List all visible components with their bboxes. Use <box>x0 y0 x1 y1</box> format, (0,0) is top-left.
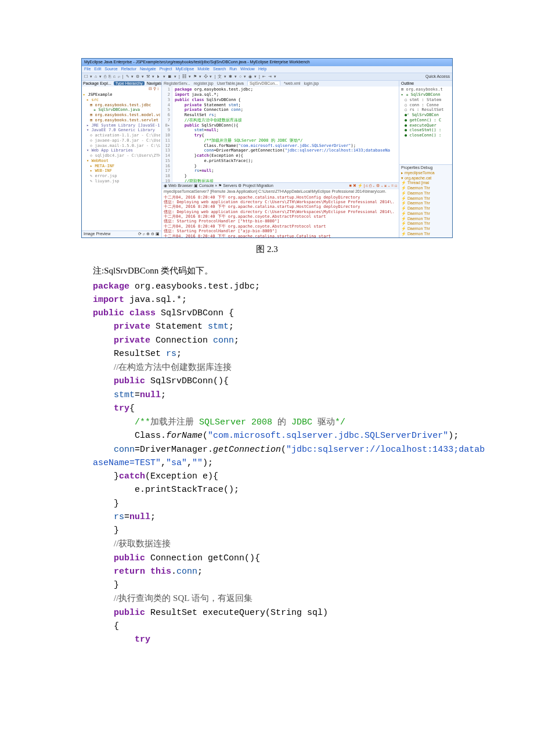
tree-node: ☕ SqlSrvDBConn.java <box>83 107 160 113</box>
console-output: 十二月04, 2016 8:20:40 下午 org.apache.catali… <box>162 195 399 237</box>
line-number: 5 <box>162 107 170 113</box>
code-line: private Statement stmt; <box>175 103 396 108</box>
image-preview-icons: ⟳ ⌕ ⊕ ⊖ ▣ <box>138 232 160 237</box>
tree-node: ⊞ org.easybooks.test.model.vo <box>83 113 160 118</box>
editor-code-area: package org.easybooks.test.jdbc;import j… <box>172 87 399 182</box>
code-line: public SqlSrvDBConn(){ <box>175 123 396 128</box>
tree-node: ▾ WebRoot <box>83 159 160 164</box>
debug-row: ▾ org.apache.cat <box>401 176 450 181</box>
editor-tab: register.jsp <box>194 81 214 85</box>
debug-row: ⚡ Daemon Thr <box>401 191 450 196</box>
tree-node: ⊞ org.easybooks.test.jdbc <box>83 103 160 108</box>
listing-line: { <box>93 620 441 633</box>
code-line: conn=DriverManager.getConnection("jdbc:s… <box>175 148 396 153</box>
code-line: stmt=null; <box>175 128 396 133</box>
listing-line: Class.forName("com.microsoft.sqlserver.j… <box>93 429 441 442</box>
listing-line: }catch(Exception e){ <box>93 470 441 483</box>
debug-panel-tabs: Properties Debug <box>401 165 450 171</box>
menu-item: File <box>84 67 91 71</box>
ide-right-panel: Outline ⊞ org.easybooks.t▸ ☕ SqlSrvDBCon… <box>399 81 452 237</box>
menu-item: Source <box>104 67 117 71</box>
line-number: 1 <box>162 87 170 92</box>
tree-node: ▸ JRE System Library [JavaSE-1.7] <box>83 123 160 128</box>
editor-tabstrip: RegisterServ...register.jspUserTable.jav… <box>162 81 399 87</box>
debug-thread-list: ▸ myeclipseTomca▾ org.apache.cat⚡ Thread… <box>401 171 450 237</box>
listing-line: /**加载并注册 SQLServer 2008 的 JDBC 驱动*/ <box>93 415 441 429</box>
menu-item: Window <box>240 67 255 71</box>
line-number: 15 <box>162 159 170 164</box>
menu-item: Navigate <box>140 67 156 71</box>
console-tabs-right-icons: ■ ✖ ⚡ | ⎌ ⎙ ▸ ⚙ ▾ ▣ ▾ = ⊟ <box>349 183 397 189</box>
menu-item: Help <box>258 67 266 71</box>
ide-menubar: FileEditSourceRefactorNavigateProjectMyE… <box>82 66 452 73</box>
console-header: myeclipseTomcatServer7 [Remote Java Appl… <box>162 189 399 195</box>
left-tab: Type Hierarchy <box>114 81 145 85</box>
tree-node: ▸ META-INF <box>83 164 160 169</box>
code-line: private Connection conn; <box>175 107 396 113</box>
debug-row: ⚡ Daemon Thr <box>401 221 450 226</box>
listing-line: } <box>93 578 441 592</box>
code-line: } <box>175 174 396 179</box>
line-number: 16 <box>162 164 170 169</box>
figure-caption: 图 2.3 <box>0 244 534 255</box>
outline-node: ▸ ☕ SqlSrvDBConn <box>401 92 450 98</box>
listing-line: package org.easybooks.test.jdbc; <box>93 280 441 293</box>
outline-node: ● closeConn() : <box>401 133 450 138</box>
outline-node: ● executeQuer <box>401 123 450 128</box>
menu-item: MyEclipse <box>175 67 194 71</box>
listing-line: } <box>93 497 441 510</box>
intro-text: 注:SqlSrvDBConn 类代码如下。 <box>93 265 441 276</box>
listing-line: try <box>93 633 441 646</box>
debug-row: ⚡ Daemon Thr <box>401 232 450 237</box>
code-listing: package org.easybooks.test.jdbc;import j… <box>93 280 441 647</box>
debug-row: ▸ myeclipseTomca <box>401 171 450 176</box>
code-line: //在构造方法中创建数据库连接 <box>175 118 396 123</box>
code-line: } <box>175 164 396 169</box>
line-number: 14 <box>162 153 170 159</box>
listing-line: ResultSet rs; <box>93 347 441 361</box>
editor-tab: RegisterServ... <box>164 81 190 85</box>
menu-item: Mobile <box>197 67 210 71</box>
listing-line: //执行查询类的 SQL 语句，有返回集 <box>93 592 441 606</box>
listing-line: public class SqlSrvDBConn { <box>93 307 441 320</box>
tree-node: ⊞ org.easybooks.test.servlet <box>83 118 160 123</box>
listing-line: public SqlSrvDBConn(){ <box>93 375 441 388</box>
menu-item: Run <box>229 67 237 71</box>
outline-node: ○ conn : Conne <box>401 103 450 108</box>
tree-node: ◇ sqljdbc4.jar - C:\Users\ZTH\Workspaces… <box>83 153 160 159</box>
code-line: /**加载并注册 SQLServer 2008 的 JDBC 驱动*/ <box>175 138 396 143</box>
tree-node: ▸ src <box>83 98 160 103</box>
listing-line: e.printStackTrace(); <box>93 483 441 496</box>
outline-node: ⊞ org.easybooks.t <box>401 87 450 92</box>
editor-tab: UserTable.java <box>217 81 244 85</box>
menu-item: Project <box>160 67 172 71</box>
outline-tab: Outline <box>399 81 452 87</box>
tree-node: ◇ javaee-api-7.0.jar - C:\Users\ZTH\AppD… <box>83 138 160 143</box>
listing-line: conn=DriverManager.getConnection("jdbc:s… <box>93 443 441 456</box>
debug-row: ⚡ Daemon Thr <box>401 206 450 211</box>
window-titlebar: MyEclipse Java Enterprise - JSPExample/s… <box>82 59 452 66</box>
editor-tab: SqlSrvDBCon... <box>247 81 280 85</box>
toolbar-icon-row: ☐ ▾ ⌂ ▾ ⎙ ⎘ ⎌ ⌕ | ✎ ▾ ⚙ ▾ ⚒ ▾ ⏵ ▾ ⏹ ▾ | … <box>84 74 277 80</box>
editor-gutter: 12345678▸91011121314151617181920▸2122232… <box>162 87 172 182</box>
editor-tab: login.jsp <box>304 81 319 85</box>
console-tabstrip: ◉ Web Browser ▣ Console × ⚑ Servers ⚙ Pr… <box>162 182 399 189</box>
quick-access-label: Quick Access <box>425 74 450 78</box>
listing-line: public Connection getConn(){ <box>93 552 441 565</box>
line-number: 9 <box>162 128 170 133</box>
listing-line: private Statement stmt; <box>93 320 441 333</box>
listing-line: rs=null; <box>93 510 441 524</box>
line-number: 17 <box>162 168 170 174</box>
debug-row: ⚡ Daemon Thr <box>401 226 450 232</box>
outline-node: ● closeStmt() : <box>401 128 450 133</box>
listing-line: //在构造方法中创建数据库连接 <box>93 361 441 375</box>
code-line: }catch(Exception e){ <box>175 153 396 159</box>
outline-node: ● getConn() : C <box>401 118 450 123</box>
listing-line: //获取数据连接 <box>93 537 441 551</box>
code-line: try{ <box>175 133 396 138</box>
outline-node: ●ᶜ SqlSrvDBCon <box>401 113 450 118</box>
listing-line: stmt=null; <box>93 388 441 402</box>
debug-row: ⚡ Thread [mai <box>401 181 450 186</box>
menu-item: Edit <box>94 67 101 71</box>
tree-node: ✎ liuyan.jsp <box>83 179 160 184</box>
